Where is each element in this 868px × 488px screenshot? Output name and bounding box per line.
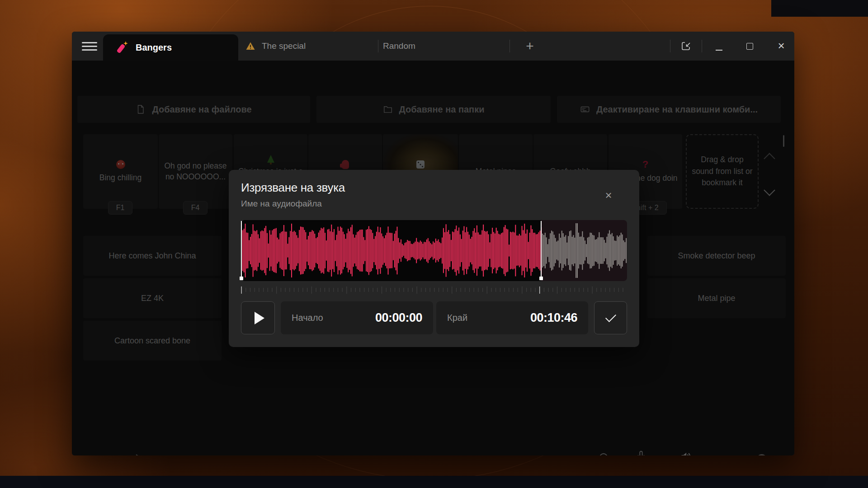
plus-icon: + bbox=[526, 38, 534, 54]
controls-separator bbox=[702, 40, 702, 52]
desktop-background: Bangers The special Random + bbox=[0, 0, 868, 488]
preview-play-button[interactable] bbox=[241, 301, 275, 334]
start-time-field[interactable]: Начало 00:00:00 bbox=[281, 301, 433, 334]
firecracker-icon bbox=[117, 41, 128, 54]
selection-start-handle[interactable] bbox=[241, 221, 242, 279]
start-value: 00:00:00 bbox=[375, 311, 422, 325]
hamburger-menu-icon[interactable] bbox=[82, 42, 97, 51]
end-value: 00:10:46 bbox=[530, 311, 577, 325]
add-tab-button[interactable]: + bbox=[522, 38, 538, 54]
end-label: Край bbox=[447, 313, 467, 323]
warning-icon bbox=[245, 41, 255, 51]
taskbar bbox=[0, 476, 868, 488]
audio-file-name: Име на аудиофайла bbox=[241, 199, 322, 209]
tab-random[interactable]: Random bbox=[383, 32, 415, 61]
play-icon bbox=[255, 312, 264, 324]
app-window: Bangers The special Random + bbox=[72, 32, 794, 455]
selection-end-handle[interactable] bbox=[541, 221, 542, 279]
trim-sound-dialog: Изрязване на звука Име на аудиофайла × Н… bbox=[229, 170, 639, 347]
timeline-ruler bbox=[241, 286, 627, 295]
background-window-corner bbox=[771, 0, 868, 17]
titlebar: Bangers The special Random + bbox=[72, 32, 794, 61]
tab-label: Random bbox=[383, 41, 415, 51]
check-icon bbox=[605, 311, 616, 322]
controls-separator bbox=[670, 40, 670, 52]
collapse-window-icon bbox=[680, 41, 691, 52]
close-icon[interactable]: × bbox=[600, 187, 617, 203]
tab-separator bbox=[378, 40, 378, 52]
waveform[interactable] bbox=[241, 220, 627, 281]
confirm-trim-button[interactable] bbox=[594, 301, 627, 334]
tab-bangers[interactable]: Bangers bbox=[103, 34, 238, 61]
tab-label: The special bbox=[262, 41, 306, 51]
tab-separator bbox=[509, 40, 510, 52]
dialog-title: Изрязване на звука bbox=[241, 181, 345, 195]
waveform-bars bbox=[241, 220, 627, 281]
maximize-icon[interactable] bbox=[746, 43, 753, 50]
tab-the-special[interactable]: The special bbox=[245, 32, 306, 61]
end-time-field[interactable]: Край 00:10:46 bbox=[436, 301, 588, 334]
minimize-icon[interactable] bbox=[716, 50, 722, 51]
start-label: Начало bbox=[292, 313, 323, 323]
close-icon[interactable]: × bbox=[774, 38, 789, 53]
collapse-to-corner-button[interactable] bbox=[680, 41, 691, 52]
tab-label: Bangers bbox=[136, 42, 172, 53]
